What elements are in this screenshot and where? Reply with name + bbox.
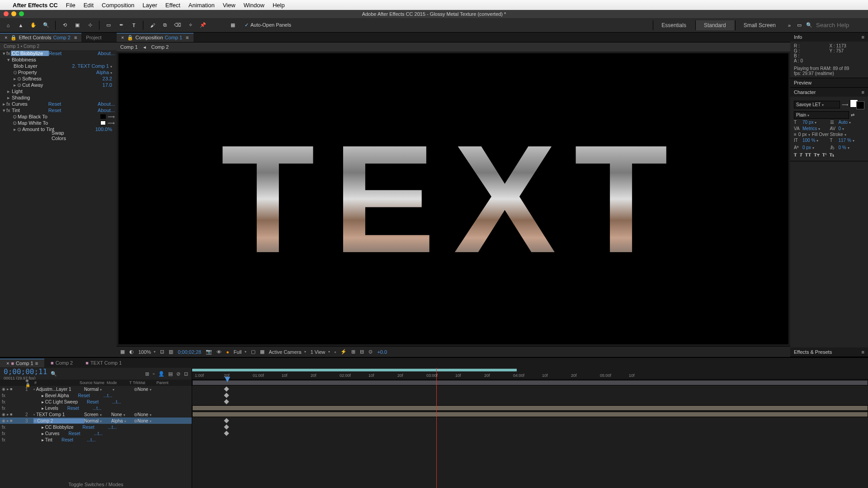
fx-blobbylize[interactable]: ▾fx CC Blobbylize Reset About... bbox=[0, 50, 117, 56]
about-button[interactable]: About... bbox=[98, 101, 115, 107]
all-caps-icon[interactable]: TT bbox=[805, 152, 811, 157]
comp-crumb-2[interactable]: Comp 2 bbox=[151, 44, 169, 50]
layer-effect-row[interactable]: fx▸ Bevel AlphaReset...t... bbox=[0, 392, 192, 399]
toggle-switches-button[interactable]: Toggle Switches / Modes bbox=[0, 481, 192, 488]
hscale-input[interactable]: 117 % bbox=[839, 138, 865, 143]
app-name-menu[interactable]: After Effects CC bbox=[13, 2, 58, 9]
workspace-small-screen[interactable]: Small Screen bbox=[735, 20, 784, 30]
property-dropdown[interactable]: Alpha bbox=[96, 70, 115, 75]
pixel-aspect-icon[interactable]: ▫ bbox=[335, 349, 336, 355]
shape-tool-icon[interactable]: ▭ bbox=[104, 21, 113, 30]
fx-tint[interactable]: ▾fxTintResetAbout... bbox=[0, 107, 117, 113]
effects-presets-panel[interactable]: Effects & Presets≡ bbox=[790, 347, 868, 357]
superscript-icon[interactable]: T¹ bbox=[822, 152, 827, 157]
track-bar[interactable] bbox=[192, 411, 868, 418]
preview-panel[interactable]: Preview bbox=[790, 78, 868, 88]
swap-colors-button[interactable]: Swap Colors bbox=[0, 132, 117, 139]
timeline-tab-comp2[interactable]: ■Comp 2 bbox=[44, 359, 79, 367]
zoom-tool-icon[interactable]: 🔍 bbox=[42, 21, 51, 30]
fx-softness[interactable]: ▸⊙Softness23.2 bbox=[0, 75, 117, 82]
type-tool-icon[interactable]: T bbox=[129, 21, 138, 30]
track-keyframe-row[interactable] bbox=[192, 392, 868, 399]
fill-stroke-swatch[interactable] bbox=[850, 99, 864, 109]
about-button[interactable]: About... bbox=[98, 108, 115, 113]
faux-bold-icon[interactable]: T bbox=[794, 152, 797, 157]
shy-icon[interactable]: 👤 bbox=[158, 371, 165, 377]
current-timecode[interactable]: 0;00;00;11 bbox=[4, 367, 47, 376]
track-bar[interactable] bbox=[192, 405, 868, 411]
search-help-input[interactable] bbox=[815, 20, 864, 30]
motion-blur-icon[interactable]: ⊘ bbox=[176, 371, 180, 377]
keyframe-icon[interactable] bbox=[224, 399, 229, 404]
fx-blob-layer[interactable]: Blob Layer2. TEXT Comp 1 bbox=[0, 63, 117, 69]
fx-map-white[interactable]: ⊙Map White To⟿ bbox=[0, 120, 117, 126]
softness-value[interactable]: 23.2 bbox=[103, 76, 115, 81]
timeline-ruler[interactable]: 1:00f20f01:00f10f20f02:00f10f20f03:00f10… bbox=[192, 368, 868, 380]
menu-animation[interactable]: Animation bbox=[189, 2, 215, 9]
timeline-tab-textcomp[interactable]: ■TEXT Comp 1 bbox=[79, 359, 128, 367]
ruler-icon[interactable]: ⊡ bbox=[160, 349, 164, 355]
layer-row[interactable]: ◉ ▸ ■1▫ Adjustm...Layer 1Normal⊚None bbox=[0, 386, 192, 392]
pen-tool-icon[interactable]: ✒ bbox=[117, 21, 126, 30]
workspace-essentials[interactable]: Essentials bbox=[653, 20, 694, 30]
timeline-tab-comp1[interactable]: ×■Comp 1≡ bbox=[0, 359, 44, 367]
about-button[interactable]: About... bbox=[98, 51, 115, 56]
track-keyframe-row[interactable] bbox=[192, 430, 868, 436]
snapshot-icon[interactable]: 📷 bbox=[206, 349, 212, 355]
leading-input[interactable]: Auto bbox=[839, 120, 865, 125]
sync-icon[interactable]: ▭ bbox=[795, 21, 804, 30]
blob-layer-dropdown[interactable]: 2. TEXT Comp 1 bbox=[72, 63, 115, 69]
fx-property[interactable]: ⊙PropertyAlpha bbox=[0, 69, 117, 75]
graph-editor-icon[interactable]: ⊡ bbox=[184, 371, 188, 377]
brush-tool-icon[interactable]: 🖌 bbox=[148, 21, 157, 30]
transparency-icon[interactable]: ▦ bbox=[260, 349, 264, 355]
small-caps-icon[interactable]: Tᴛ bbox=[814, 152, 820, 157]
resolution-dropdown[interactable]: Full bbox=[234, 349, 246, 355]
keyframe-icon[interactable] bbox=[224, 431, 229, 436]
menu-composition[interactable]: Composition bbox=[102, 2, 134, 9]
eyedropper-icon[interactable]: ⟿ bbox=[108, 120, 115, 126]
tracking-input[interactable]: 0 bbox=[839, 126, 865, 131]
track-keyframe-row[interactable] bbox=[192, 418, 868, 424]
keyframe-icon[interactable] bbox=[224, 386, 229, 391]
composition-viewer[interactable]: TEXT bbox=[118, 53, 788, 344]
current-time-indicator[interactable] bbox=[436, 368, 437, 488]
reset-button[interactable]: Reset bbox=[49, 51, 62, 56]
reset-button[interactable]: Reset bbox=[48, 101, 61, 107]
reset-exposure-icon[interactable]: ⊙ bbox=[368, 349, 373, 355]
fx-cutaway[interactable]: ▸⊙Cut Away17.0 bbox=[0, 82, 117, 88]
show-snapshot-icon[interactable]: 👁 bbox=[217, 349, 222, 355]
tab-effect-controls[interactable]: × 🔒 Effect Controls Comp 2 ≡ bbox=[0, 33, 81, 42]
track-keyframe-row[interactable] bbox=[192, 424, 868, 430]
menu-view[interactable]: View bbox=[223, 2, 236, 9]
workspace-standard[interactable]: Standard bbox=[695, 20, 734, 30]
white-swatch[interactable] bbox=[100, 121, 106, 125]
tsume-input[interactable]: 0 % bbox=[839, 145, 865, 150]
menu-effect[interactable]: Effect bbox=[165, 2, 180, 9]
layer-effect-row[interactable]: fx▸ TintReset...t... bbox=[0, 436, 192, 443]
layer-effect-row[interactable]: fx▸ LevelsReset...t... bbox=[0, 405, 192, 411]
panel-menu-icon[interactable]: ≡ bbox=[862, 34, 864, 40]
menu-window[interactable]: Window bbox=[244, 2, 264, 9]
selection-tool-icon[interactable]: ▲ bbox=[16, 21, 25, 30]
search-icon[interactable]: 🔍 bbox=[51, 371, 57, 377]
lock-icon[interactable]: 🔒 bbox=[10, 35, 17, 41]
track-keyframe-row[interactable] bbox=[192, 386, 868, 392]
pan-behind-tool-icon[interactable]: ⊹ bbox=[85, 21, 94, 30]
stroke-width-input[interactable]: 0 px bbox=[798, 132, 810, 137]
clone-tool-icon[interactable]: ⧉ bbox=[160, 21, 170, 30]
puppet-tool-icon[interactable]: 📌 bbox=[198, 21, 208, 30]
layer-effect-row[interactable]: fx▸ CC Light SweepReset...t... bbox=[0, 399, 192, 405]
magnification-dropdown[interactable]: 100% bbox=[138, 349, 156, 355]
layer-effect-row[interactable]: fx▸ CurvesReset...t... bbox=[0, 430, 192, 436]
font-size-input[interactable]: 70 px bbox=[802, 120, 829, 125]
tab-project[interactable]: Project bbox=[81, 33, 106, 42]
tab-composition[interactable]: × 🔒 Composition Comp 1 ≡ bbox=[117, 33, 193, 42]
hand-tool-icon[interactable]: ✋ bbox=[29, 21, 38, 30]
reset-button[interactable]: Reset bbox=[48, 108, 61, 113]
maximize-icon[interactable] bbox=[19, 11, 24, 16]
track-keyframe-row[interactable] bbox=[192, 399, 868, 405]
layer-row[interactable]: ◉ ▸ ■3▫ Comp 2NormalAlpha⊚None bbox=[0, 418, 192, 424]
draft3d-icon[interactable]: ▫ bbox=[153, 371, 155, 376]
font-style-dropdown[interactable]: Plain bbox=[794, 111, 849, 119]
